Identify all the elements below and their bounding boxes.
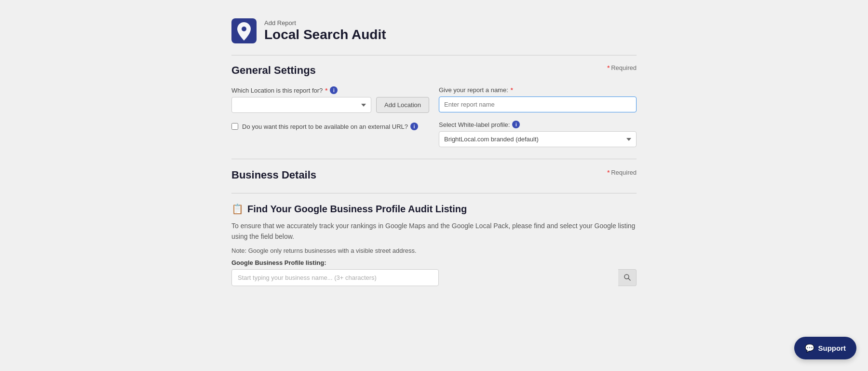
business-details-section: Business Details *Required 📋 Find Your G… — [231, 169, 637, 286]
header-divider — [231, 55, 637, 55]
svg-point-1 — [242, 27, 246, 31]
page-header: Add Report Local Search Audit — [231, 10, 637, 52]
business-required-label: *Required — [607, 169, 637, 176]
gbp-search-input[interactable] — [231, 269, 439, 286]
external-url-checkbox-row: Do you want this report to be available … — [231, 123, 429, 130]
external-url-label[interactable]: Do you want this report to be available … — [242, 123, 418, 130]
header-subtitle: Add Report — [264, 19, 386, 27]
support-label: Support — [818, 344, 846, 352]
business-details-title: Business Details — [231, 169, 316, 181]
location-select[interactable] — [231, 97, 371, 113]
external-url-checkbox[interactable] — [231, 123, 238, 130]
general-settings-section: General Settings *Required Which Locatio… — [231, 64, 637, 147]
find-gbp-description: To ensure that we accurately track your … — [231, 220, 637, 242]
white-label-group: Select White-label profile: i BrightLoca… — [439, 121, 637, 147]
support-icon: 💬 — [805, 344, 814, 353]
report-name-group: Give your report a name: * — [439, 86, 637, 112]
general-required-label: *Required — [607, 64, 637, 71]
location-label: Which Location is this report for? * i — [231, 86, 429, 94]
section-divider-1 — [231, 159, 637, 159]
white-label-select[interactable]: BrightLocal.com branded (default) — [439, 131, 637, 147]
add-location-button[interactable]: Add Location — [376, 97, 429, 113]
required-star: * — [607, 64, 610, 71]
section-divider-2 — [231, 193, 637, 193]
location-report-name-row: Which Location is this report for? * i A… — [231, 86, 637, 113]
header-text: Add Report Local Search Audit — [264, 19, 386, 43]
checkbox-whitelabel-row: Do you want this report to be available … — [231, 121, 637, 147]
business-required-star: * — [607, 169, 610, 176]
find-gbp-emoji: 📋 — [231, 203, 244, 215]
general-settings-header: General Settings *Required — [231, 64, 637, 77]
external-url-group: Do you want this report to be available … — [231, 121, 429, 130]
support-button[interactable]: 💬 Support — [794, 337, 857, 359]
report-name-input[interactable] — [439, 96, 637, 112]
gbp-search-button[interactable] — [618, 269, 637, 286]
location-info-icon[interactable]: i — [330, 86, 338, 94]
general-settings-title: General Settings — [231, 64, 316, 77]
gbp-listing-label: Google Business Profile listing: — [231, 259, 637, 266]
svg-line-3 — [628, 278, 630, 280]
search-icon — [624, 274, 631, 281]
find-gbp-heading: 📋 Find Your Google Business Profile Audi… — [231, 203, 637, 215]
report-name-required-star: * — [511, 86, 513, 94]
white-label-label: Select White-label profile: i — [439, 121, 637, 128]
header-title: Local Search Audit — [264, 27, 386, 43]
app-logo — [231, 18, 257, 43]
white-label-info-icon[interactable]: i — [512, 121, 520, 128]
location-row: Add Location — [231, 97, 429, 113]
find-gbp-title-text: Find Your Google Business Profile Audit … — [247, 204, 467, 215]
location-required-star: * — [325, 87, 327, 94]
report-name-label: Give your report a name: * — [439, 86, 637, 94]
gbp-search-wrapper — [231, 269, 637, 286]
location-group: Which Location is this report for? * i A… — [231, 86, 429, 113]
business-details-header: Business Details *Required — [231, 169, 637, 181]
external-url-info-icon[interactable]: i — [410, 123, 418, 130]
find-gbp-note: Note: Google only returns businesses wit… — [231, 247, 637, 254]
